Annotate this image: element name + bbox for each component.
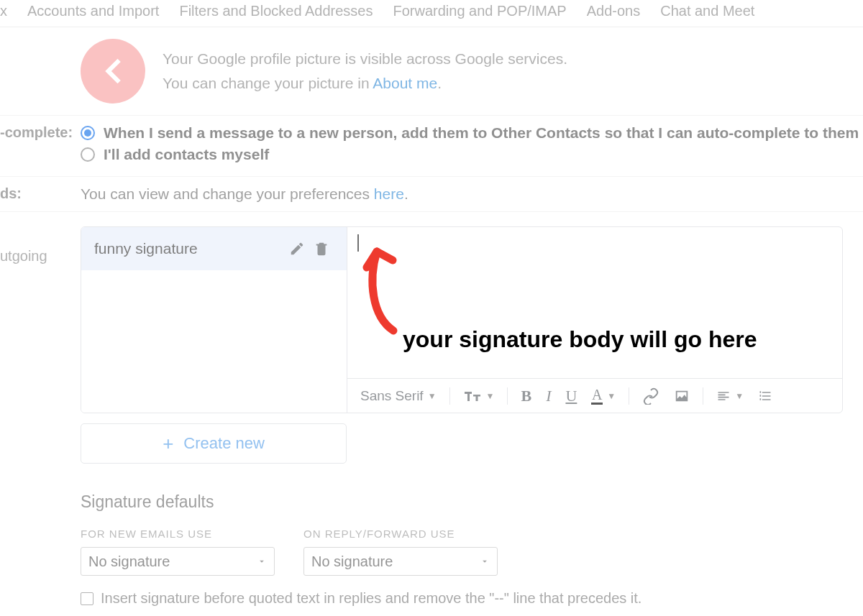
radio-icon[interactable] xyxy=(81,147,95,162)
insert-before-quoted-label: Insert signature before quoted text in r… xyxy=(101,590,641,607)
profile-line2-suffix: . xyxy=(437,75,442,91)
default-new-value: No signature xyxy=(88,553,170,570)
link-icon xyxy=(642,387,659,405)
signature-editor: Sans Serif ▼ ▼ B I U A ▼ xyxy=(347,227,842,413)
create-new-signature-button[interactable]: + Create new xyxy=(81,423,347,464)
caret-down-icon: ▼ xyxy=(428,391,437,401)
trash-icon xyxy=(314,241,329,257)
text-color-button[interactable]: A ▼ xyxy=(585,385,621,408)
signature-editor-box: funny signature Sans Serif ▼ xyxy=(81,226,843,413)
italic-button[interactable]: I xyxy=(540,384,557,408)
ads-section: ds: You can view and change your prefere… xyxy=(0,177,863,212)
separator xyxy=(703,387,703,405)
separator xyxy=(507,387,508,405)
signature-toolbar: Sans Serif ▼ ▼ B I U A ▼ xyxy=(347,378,842,413)
caret-down-icon: ▼ xyxy=(486,391,495,401)
profile-text: Your Google profile picture is visible a… xyxy=(163,47,567,95)
caret-down-icon: ▼ xyxy=(735,391,744,401)
signature-defaults: Signature defaults FOR NEW EMAILS USE No… xyxy=(81,492,863,607)
signature-label: utgoing xyxy=(0,226,81,413)
ads-prefix: You can view and change your preferences xyxy=(81,185,374,202)
signature-list: funny signature xyxy=(81,227,347,413)
chevron-left-icon xyxy=(94,52,132,90)
tab-filters-blocked[interactable]: Filters and Blocked Addresses xyxy=(179,3,373,19)
signature-section: utgoing funny signature Sans Serif ▼ xyxy=(0,212,863,413)
create-new-label: Create new xyxy=(183,434,265,453)
autocomplete-option2-text: I'll add contacts myself xyxy=(104,146,269,163)
list-icon xyxy=(758,389,772,403)
settings-tabs: x Accounts and Import Filters and Blocke… xyxy=(0,0,863,27)
signature-body-input[interactable] xyxy=(347,227,842,378)
align-icon xyxy=(716,389,731,403)
tab-partial[interactable]: x xyxy=(0,3,7,19)
insert-before-quoted-row[interactable]: Insert signature before quoted text in r… xyxy=(81,590,863,607)
ads-text: You can view and change your preferences… xyxy=(81,185,863,203)
edit-signature-button[interactable] xyxy=(285,236,309,261)
default-new-group: FOR NEW EMAILS USE No signature xyxy=(81,528,275,576)
signature-defaults-heading: Signature defaults xyxy=(81,492,863,512)
text-cursor xyxy=(357,234,359,252)
align-button[interactable]: ▼ xyxy=(711,386,749,406)
radio-icon[interactable] xyxy=(81,126,95,140)
checkbox-icon[interactable] xyxy=(81,592,93,605)
default-new-select[interactable]: No signature xyxy=(81,547,275,576)
text-size-icon xyxy=(463,389,482,403)
autocomplete-option-auto[interactable]: When I send a message to a new person, a… xyxy=(81,124,863,142)
font-size-select[interactable]: ▼ xyxy=(457,386,501,406)
default-new-label: FOR NEW EMAILS USE xyxy=(81,528,275,540)
tab-addons[interactable]: Add-ons xyxy=(587,3,641,19)
chevron-down-icon xyxy=(257,556,267,566)
autocomplete-option-manual[interactable]: I'll add contacts myself xyxy=(81,146,863,163)
insert-image-button[interactable] xyxy=(668,385,695,407)
profile-line2: You can change your picture in About me. xyxy=(163,71,567,96)
image-icon xyxy=(674,388,690,404)
chevron-down-icon xyxy=(480,556,490,566)
separator xyxy=(629,387,629,405)
default-reply-select[interactable]: No signature xyxy=(303,547,498,576)
about-me-link[interactable]: About me xyxy=(373,75,437,91)
default-reply-value: No signature xyxy=(311,553,393,570)
autocomplete-option1-text: When I send a message to a new person, a… xyxy=(104,124,859,142)
underline-button[interactable]: U xyxy=(560,384,583,408)
profile-line2-prefix: You can change your picture in xyxy=(163,75,373,91)
ads-suffix: . xyxy=(404,185,408,202)
caret-down-icon: ▼ xyxy=(607,391,616,401)
profile-line1: Your Google profile picture is visible a… xyxy=(163,47,567,71)
signature-item[interactable]: funny signature xyxy=(81,227,347,270)
plus-icon: + xyxy=(163,433,173,455)
tab-accounts-import[interactable]: Accounts and Import xyxy=(27,3,159,19)
font-family-label: Sans Serif xyxy=(360,388,424,404)
autocomplete-label: -complete: xyxy=(0,124,81,167)
tab-chat-meet[interactable]: Chat and Meet xyxy=(660,3,754,19)
avatar[interactable] xyxy=(81,39,145,104)
ads-here-link[interactable]: here xyxy=(374,185,404,202)
signature-item-name: funny signature xyxy=(94,240,285,257)
profile-picture-section: Your Google profile picture is visible a… xyxy=(0,27,863,116)
tab-forwarding-pop-imap[interactable]: Forwarding and POP/IMAP xyxy=(393,3,566,19)
insert-link-button[interactable] xyxy=(636,385,665,408)
default-reply-label: ON REPLY/FORWARD USE xyxy=(303,528,498,540)
delete-signature-button[interactable] xyxy=(309,236,334,261)
font-family-select[interactable]: Sans Serif ▼ xyxy=(355,385,442,407)
ads-label: ds: xyxy=(0,185,81,203)
separator xyxy=(449,387,450,405)
autocomplete-section: -complete: When I send a message to a ne… xyxy=(0,116,863,177)
default-reply-group: ON REPLY/FORWARD USE No signature xyxy=(303,528,498,576)
bold-button[interactable]: B xyxy=(515,384,537,408)
pencil-icon xyxy=(289,241,305,257)
numbered-list-button[interactable] xyxy=(752,386,778,406)
